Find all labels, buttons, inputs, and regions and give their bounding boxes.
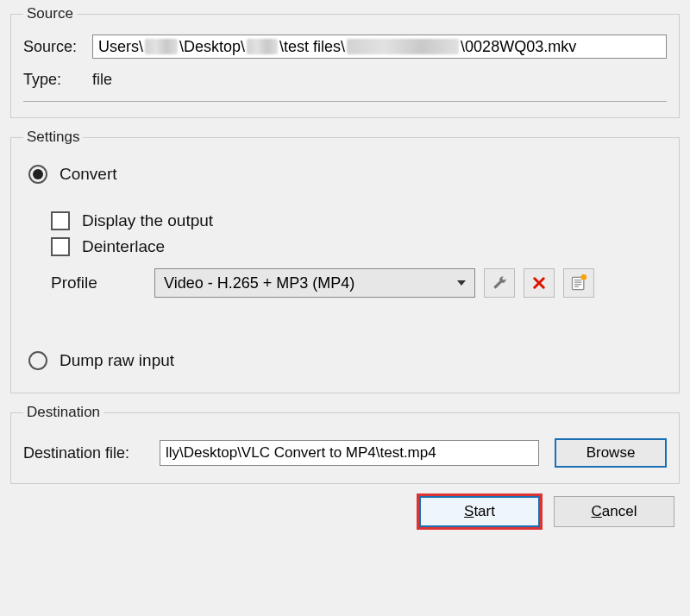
source-path-seg1: Users\ [98, 38, 143, 56]
profile-row: Profile Video - H.265 + MP3 (MP4) [51, 268, 667, 298]
dump-raw-radio[interactable] [28, 351, 47, 370]
start-button[interactable]: Start [419, 496, 540, 527]
browse-label: Browse [586, 444, 636, 462]
new-profile-icon [570, 274, 587, 292]
source-path-seg2: \Desktop\ [179, 38, 245, 56]
profile-label: Profile [51, 273, 154, 292]
profile-dropdown[interactable]: Video - H.265 + MP3 (MP4) [154, 268, 475, 298]
cancel-button[interactable]: Cancel [554, 496, 674, 527]
divider [23, 101, 667, 102]
edit-profile-button[interactable] [484, 268, 515, 298]
cancel-label: Cancel [592, 503, 637, 520]
settings-group: Settings Convert Display the output Dein… [10, 129, 680, 393]
destination-legend: Destination [23, 404, 104, 421]
deinterlace-checkbox[interactable] [51, 237, 70, 256]
type-row: Type: file [23, 69, 667, 91]
dump-raw-row[interactable]: Dump raw input [28, 351, 662, 370]
redacted-smudge [247, 39, 278, 54]
convert-radio-row[interactable]: Convert [28, 165, 662, 184]
source-path-seg4: \0028WQ03.mkv [461, 38, 576, 56]
display-output-label: Display the output [82, 211, 213, 230]
source-row: Source: Users\ \Desktop\ \test files\ \0… [23, 35, 667, 59]
source-label: Source: [23, 38, 92, 56]
profile-value: Video - H.265 + MP3 (MP4) [164, 274, 354, 292]
destination-label: Destination file: [23, 444, 160, 462]
display-output-checkbox[interactable] [51, 211, 70, 230]
source-legend: Source [23, 5, 77, 22]
dump-raw-label: Dump raw input [60, 351, 174, 370]
redacted-smudge [145, 39, 178, 54]
destination-file-input[interactable] [160, 440, 539, 466]
new-profile-button[interactable] [563, 268, 594, 298]
wrench-icon [492, 275, 507, 291]
destination-group: Destination Destination file: Browse [10, 404, 680, 484]
dialog-buttons: Start Cancel [0, 494, 690, 527]
type-value: file [92, 69, 112, 91]
destination-row: Destination file: Browse [23, 438, 667, 468]
chevron-down-icon [457, 280, 466, 286]
delete-profile-button[interactable] [524, 268, 555, 298]
redacted-smudge [347, 39, 459, 54]
deinterlace-row[interactable]: Deinterlace [51, 237, 662, 256]
display-output-row[interactable]: Display the output [51, 211, 662, 230]
source-path: Users\ \Desktop\ \test files\ \0028WQ03.… [92, 35, 667, 59]
settings-legend: Settings [23, 129, 83, 146]
start-label: Start [464, 503, 495, 520]
source-group: Source Source: Users\ \Desktop\ \test fi… [10, 5, 680, 118]
convert-radio[interactable] [28, 165, 47, 184]
svg-point-5 [581, 274, 587, 280]
type-label: Type: [23, 71, 92, 89]
x-icon [531, 275, 547, 291]
browse-button[interactable]: Browse [555, 438, 667, 468]
deinterlace-label: Deinterlace [82, 237, 165, 256]
source-path-seg3: \test files\ [279, 38, 345, 56]
convert-label: Convert [60, 165, 117, 184]
